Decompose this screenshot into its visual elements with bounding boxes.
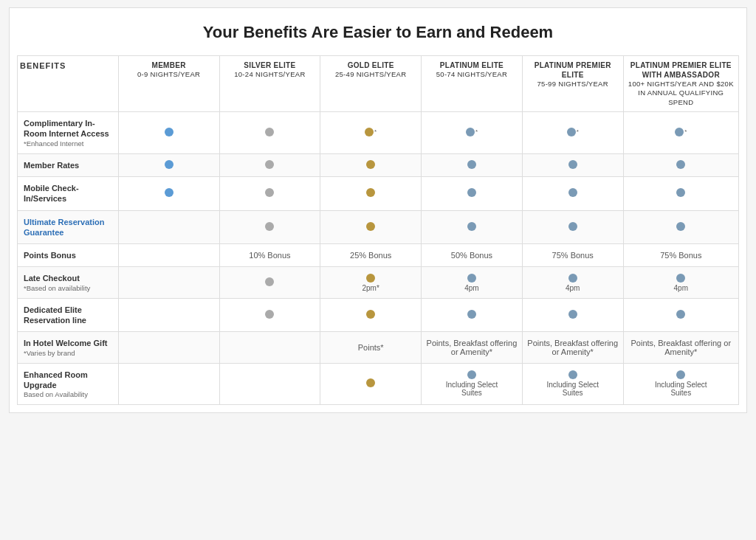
dot-steel-suites-icon: Including SelectSuites	[425, 370, 519, 397]
benefit-cell	[422, 210, 523, 244]
benefit-cell	[118, 363, 219, 405]
dot-steel-icon	[568, 311, 577, 320]
benefit-cell	[219, 267, 320, 298]
benefit-label: Enhanced Room Upgrade	[24, 370, 88, 390]
benefit-cell: 50% Bonus	[422, 244, 523, 267]
table-row: Member Rates	[18, 153, 739, 176]
benefit-cell: Points*	[320, 332, 422, 363]
benefit-label: Late Checkout	[24, 274, 80, 283]
benefit-cell: Points, Breakfast offering or Amenity*	[623, 332, 738, 363]
dot-gold-2pm-icon: 2pm*	[323, 274, 418, 292]
benefit-cell: 75% Bonus	[522, 244, 623, 267]
benefit-label: In Hotel Welcome Gift	[24, 339, 107, 347]
table-row: Complimentary In-Room Internet Access*En…	[18, 112, 739, 154]
dot-gray-icon	[265, 162, 274, 170]
benefit-cell: 25% Bonus	[320, 244, 422, 267]
benefit-cell	[320, 176, 422, 210]
dot-steel-asterisk-icon: *	[466, 128, 478, 136]
dot-steel-icon	[568, 224, 577, 232]
dot-steel-icon	[467, 190, 476, 198]
benefit-label: Dedicated Elite Reservation line	[24, 305, 86, 325]
benefit-cell: Points, Breakfast offering or Amenity*	[422, 332, 523, 363]
benefit-label-cell: In Hotel Welcome Gift*Varies by brand	[18, 332, 119, 363]
dot-steel-icon	[676, 190, 685, 198]
benefit-cell: 75% Bonus	[623, 244, 738, 267]
dot-steel-icon	[467, 162, 476, 170]
dot-steel-4pm-icon: 4pm	[627, 274, 735, 292]
benefit-label-cell: Enhanced Room UpgradeBased on Availabili…	[18, 363, 119, 405]
table-row: Dedicated Elite Reservation line	[18, 298, 739, 332]
dot-steel-suites-icon: Including SelectSuites	[526, 370, 620, 397]
benefit-cell: Including SelectSuites	[522, 363, 623, 405]
benefit-cell	[219, 332, 320, 363]
page-container: Your Benefits Are Easier to Earn and Red…	[9, 7, 747, 413]
benefit-sublabel: *Varies by brand	[24, 349, 115, 357]
benefit-cell	[118, 176, 219, 210]
benefits-table: BENEFITS MEMBER 0-9 nights/year SILVER E…	[17, 55, 739, 405]
benefit-label-cell: Member Rates	[18, 153, 119, 176]
header-silver: SILVER ELITE 10-24 nights/year	[219, 56, 320, 112]
dot-gold-icon	[366, 224, 375, 232]
dot-gold-asterisk-icon: *	[365, 128, 377, 136]
table-row: In Hotel Welcome Gift*Varies by brandPoi…	[18, 332, 739, 363]
benefit-cell: 4pm	[623, 267, 738, 298]
benefit-sublabel: *Enhanced Internet	[24, 139, 115, 148]
dot-gold-icon	[366, 311, 375, 320]
benefit-cell	[522, 153, 623, 176]
table-row: Enhanced Room UpgradeBased on Availabili…	[18, 363, 739, 405]
header-platinum: PLATINUM ELITE 50-74 nights/year	[422, 56, 523, 112]
benefit-cell: 2pm*	[320, 267, 422, 298]
benefit-label-cell: Points Bonus	[18, 244, 119, 267]
table-row: Points Bonus10% Bonus25% Bonus50% Bonus7…	[18, 244, 739, 267]
benefit-label-cell: Mobile Check-In/Services	[18, 176, 119, 210]
benefit-cell	[219, 176, 320, 210]
dot-blue-icon	[165, 190, 173, 198]
benefit-cell	[118, 112, 219, 154]
dot-steel-asterisk-icon: *	[675, 128, 687, 136]
benefit-cell	[219, 210, 320, 244]
dot-gold-icon	[366, 190, 375, 198]
benefit-cell	[623, 298, 738, 332]
benefit-label: Ultimate Reservation Guarantee	[24, 218, 104, 237]
dot-gray-icon	[265, 224, 274, 232]
header-benefits: BENEFITS	[18, 56, 119, 112]
benefit-cell: Points, Breakfast offering or Amenity*	[522, 332, 623, 363]
benefit-label: Complimentary In-Room Internet Access	[24, 119, 109, 138]
table-header-row: BENEFITS MEMBER 0-9 nights/year SILVER E…	[18, 56, 739, 112]
benefit-cell	[422, 298, 523, 332]
dot-gray-icon	[265, 190, 274, 198]
benefit-cell	[623, 153, 738, 176]
benefit-cell	[623, 176, 738, 210]
table-row: Late Checkout*Based on availability2pm*4…	[18, 267, 739, 298]
benefit-cell: Including SelectSuites	[623, 363, 738, 405]
benefit-cell	[118, 244, 219, 267]
benefit-sublabel: Based on Availability	[24, 390, 115, 398]
benefit-cell: 10% Bonus	[219, 244, 320, 267]
benefit-cell	[320, 153, 422, 176]
header-member: MEMBER 0-9 nights/year	[118, 56, 219, 112]
benefit-label-cell: Ultimate Reservation Guarantee	[18, 210, 119, 244]
benefit-cell: *	[422, 112, 523, 154]
benefit-cell	[320, 363, 422, 405]
benefit-label: Mobile Check-In/Services	[24, 184, 79, 203]
dot-steel-asterisk-icon: *	[567, 128, 579, 136]
benefit-label-cell: Late Checkout*Based on availability	[18, 267, 119, 298]
dot-gray-icon	[265, 279, 274, 288]
dot-steel-4pm-icon: 4pm	[526, 274, 620, 292]
benefit-cell: 4pm	[422, 267, 523, 298]
dot-steel-icon	[467, 311, 476, 320]
benefit-cell	[219, 363, 320, 405]
table-row: Mobile Check-In/Services	[18, 176, 739, 210]
benefit-cell	[522, 176, 623, 210]
benefit-cell	[219, 112, 320, 154]
page-title: Your Benefits Are Easier to Earn and Red…	[17, 23, 739, 42]
benefit-cell	[219, 298, 320, 332]
benefit-cell	[623, 210, 738, 244]
dot-blue-icon	[165, 129, 173, 138]
benefit-cell: *	[320, 112, 422, 154]
dot-gold-icon	[366, 380, 375, 389]
benefit-cell	[320, 298, 422, 332]
dot-steel-icon	[467, 224, 476, 232]
dot-steel-icon	[676, 311, 685, 320]
benefit-cell	[118, 153, 219, 176]
